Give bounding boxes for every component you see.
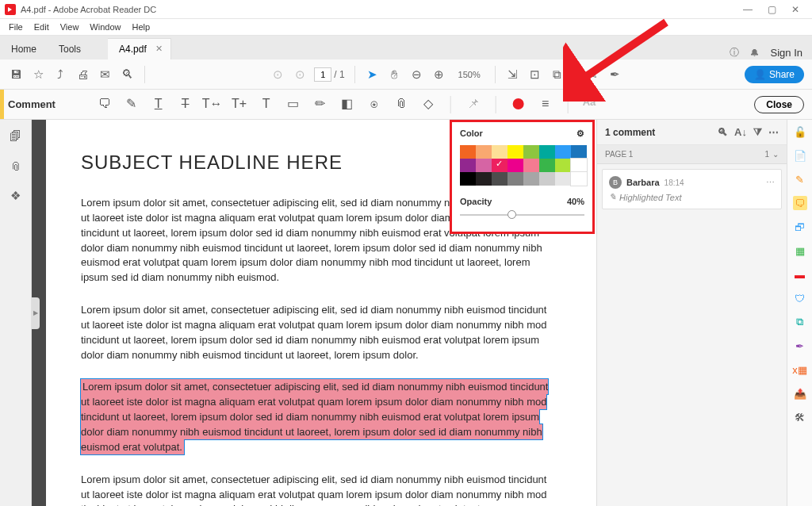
rail-compress-icon[interactable]: ⧉: [793, 315, 807, 329]
menu-window[interactable]: Window: [84, 21, 126, 33]
sticky-note-icon[interactable]: 🗨: [97, 96, 113, 112]
page-input[interactable]: [314, 67, 331, 82]
strikethrough-icon[interactable]: T: [178, 96, 193, 112]
page-up-icon[interactable]: ⊙: [270, 67, 285, 82]
rail-create-icon[interactable]: 📄: [793, 148, 807, 163]
pencil-icon[interactable]: ✏: [312, 96, 328, 112]
rail-comment-icon[interactable]: 🗨: [793, 196, 807, 210]
text-properties-icon[interactable]: Aa: [583, 96, 596, 113]
rail-protect-icon[interactable]: 🛡: [793, 291, 807, 305]
pin-icon[interactable]: 📌︎: [465, 96, 481, 112]
fit-page-icon[interactable]: ⊡: [527, 67, 543, 82]
rail-fill-sign-icon[interactable]: ✒: [793, 339, 807, 353]
comments-filter-icon[interactable]: ⧩: [753, 126, 762, 139]
color-swatch[interactable]: [523, 172, 539, 186]
mail-icon[interactable]: ✉: [97, 67, 113, 82]
color-swatch[interactable]: [508, 172, 523, 186]
thumbnails-icon[interactable]: 🗐: [8, 128, 24, 144]
eraser-icon[interactable]: ◧: [339, 96, 355, 112]
save-icon[interactable]: 💾︎: [8, 67, 24, 82]
maximize-button[interactable]: ▢: [760, 2, 783, 17]
minimize-button[interactable]: —: [736, 2, 760, 17]
rail-redact-icon[interactable]: ▬: [793, 267, 807, 282]
pointer-icon[interactable]: ➤: [365, 67, 381, 82]
bell-icon[interactable]: 🔔︎: [750, 48, 760, 59]
color-swatch[interactable]: [539, 172, 555, 186]
gear-icon[interactable]: ⚙: [576, 128, 584, 139]
layers-icon[interactable]: ❖: [8, 188, 24, 204]
opacity-slider[interactable]: [460, 209, 584, 220]
sign-icon[interactable]: ✒: [607, 67, 623, 82]
color-swatch[interactable]: [555, 172, 571, 186]
color-swatch[interactable]: [555, 159, 571, 172]
color-swatch[interactable]: [508, 145, 523, 159]
opacity-thumb[interactable]: [508, 210, 516, 219]
attach-icon[interactable]: 📎︎: [393, 96, 409, 112]
rail-combine-icon[interactable]: 🗗: [793, 220, 807, 234]
zoom-out-icon[interactable]: ⊖: [409, 67, 425, 82]
expand-handle[interactable]: ▶: [32, 297, 40, 329]
color-swatch[interactable]: [476, 159, 492, 172]
rail-export-icon[interactable]: x▦: [793, 362, 807, 377]
color-swatch[interactable]: [571, 159, 587, 172]
sign-in-button[interactable]: Sign In: [771, 47, 802, 59]
replace-text-icon[interactable]: T↔: [205, 96, 220, 112]
menu-help[interactable]: Help: [126, 21, 155, 33]
color-swatch[interactable]: [508, 159, 523, 172]
close-comment-button[interactable]: Close: [754, 96, 804, 113]
color-swatch[interactable]: [492, 172, 508, 186]
color-swatch[interactable]: [523, 159, 539, 172]
tab-tools[interactable]: Tools: [48, 39, 92, 59]
stamp-icon[interactable]: ⍟: [366, 96, 382, 112]
rail-organize-icon[interactable]: ▦: [793, 243, 807, 258]
comment-card[interactable]: B Barbara 18:14 ⋯ ✎ Highlighted Text: [602, 169, 782, 209]
tab-home[interactable]: Home: [0, 39, 48, 59]
help-icon[interactable]: ⓘ: [730, 46, 739, 59]
tab-close-icon[interactable]: ✕: [155, 44, 163, 54]
zoom-level[interactable]: 150%: [454, 68, 485, 81]
annotate-icon[interactable]: ✎: [585, 67, 601, 82]
attachments-icon[interactable]: 📎︎: [8, 158, 24, 174]
color-swatch[interactable]: [460, 172, 476, 186]
color-swatch[interactable]: [476, 145, 492, 159]
color-swatch[interactable]: [571, 172, 587, 186]
comments-sort-icon[interactable]: A↓: [734, 126, 747, 138]
color-swatch[interactable]: [492, 145, 508, 159]
fit-width-icon[interactable]: ⇲: [505, 67, 521, 82]
tab-document[interactable]: A4.pdf ✕: [108, 38, 171, 59]
menu-file[interactable]: File: [3, 21, 29, 33]
color-swatch[interactable]: [476, 172, 492, 186]
underline-icon[interactable]: T: [151, 96, 167, 112]
insert-text-icon[interactable]: T+: [232, 96, 247, 112]
color-swatch[interactable]: [539, 145, 555, 159]
comments-search-icon[interactable]: 🔍︎: [718, 126, 728, 138]
page-strip-chevron-icon[interactable]: ⌄: [772, 150, 779, 159]
comment-menu-icon[interactable]: ⋯: [766, 178, 775, 188]
close-window-button[interactable]: ✕: [783, 2, 807, 17]
search-icon[interactable]: 🔍︎: [119, 67, 135, 82]
page-down-icon[interactable]: ⊙: [292, 67, 308, 82]
text-comment-icon[interactable]: T: [259, 96, 274, 112]
line-thickness-icon[interactable]: ≡: [538, 96, 553, 112]
color-swatch[interactable]: [539, 159, 555, 172]
menu-view[interactable]: View: [55, 21, 85, 33]
highlighted-text[interactable]: Lorem ipsum dolor sit amet, consectetuer…: [81, 379, 548, 454]
textbox-icon[interactable]: ▭: [285, 96, 301, 112]
menu-edit[interactable]: Edit: [29, 21, 55, 33]
star-icon[interactable]: ☆: [30, 67, 46, 82]
draw-shapes-icon[interactable]: ◇: [420, 96, 436, 112]
color-swatch[interactable]: [460, 159, 476, 172]
paragraph-3-highlighted[interactable]: Lorem ipsum dolor sit amet, consectetuer…: [81, 380, 557, 454]
rail-search-icon[interactable]: 🔓: [793, 125, 807, 139]
color-swatch[interactable]: [492, 159, 508, 172]
highlight-icon[interactable]: ✎: [124, 96, 140, 112]
rail-edit-icon[interactable]: ✎: [793, 172, 807, 186]
color-swatch[interactable]: [555, 145, 571, 159]
print-icon[interactable]: 🖨︎: [75, 67, 90, 82]
zoom-in-icon[interactable]: ⊕: [431, 67, 447, 82]
upload-icon[interactable]: ⤴: [52, 67, 68, 82]
read-mode-icon[interactable]: ⧉: [550, 67, 565, 82]
hand-icon[interactable]: ✋︎: [387, 67, 403, 82]
color-swatch[interactable]: [571, 145, 587, 159]
color-swatch[interactable]: [460, 145, 476, 159]
